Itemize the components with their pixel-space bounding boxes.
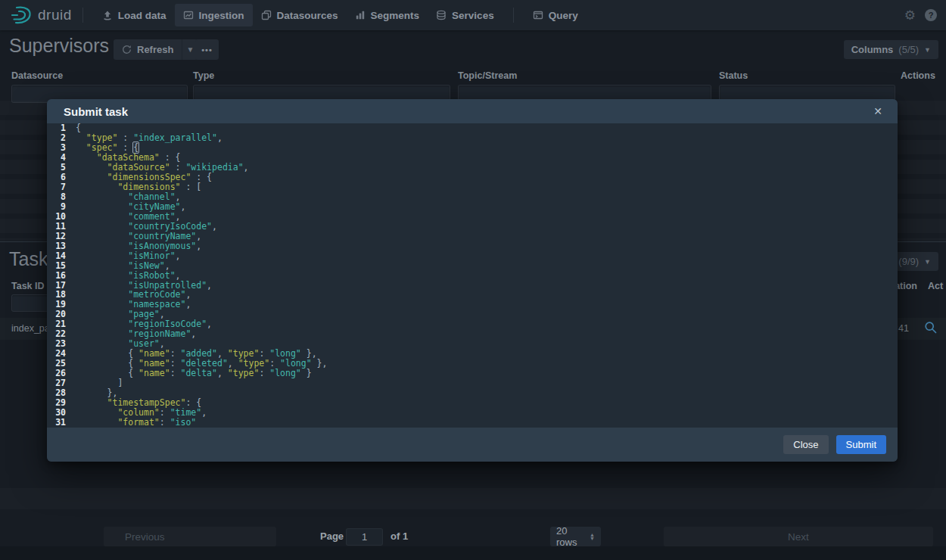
code-line: 27 ] bbox=[47, 378, 898, 388]
line-number: 3 bbox=[47, 143, 73, 153]
code-line: 31 "format": "iso" bbox=[47, 418, 898, 428]
line-number: 15 bbox=[47, 261, 73, 271]
close-button[interactable]: Close bbox=[783, 435, 828, 454]
line-number: 2 bbox=[47, 133, 73, 143]
line-number: 13 bbox=[47, 241, 73, 251]
line-number: 7 bbox=[47, 182, 73, 192]
line-number: 6 bbox=[47, 173, 73, 182]
dialog-header: Submit task ✕ bbox=[47, 99, 898, 123]
json-spec-editor[interactable]: 1{2 "type" : "index_parallel",3 "spec" :… bbox=[47, 123, 898, 428]
code-line: 26 { "name": "delta", "type": "long" } bbox=[47, 369, 898, 378]
line-number: 31 bbox=[47, 418, 73, 428]
line-number: 1 bbox=[47, 123, 73, 133]
submit-task-dialog: Submit task ✕ 1{2 "type" : "index_parall… bbox=[47, 99, 898, 462]
line-number: 16 bbox=[47, 271, 73, 281]
dialog-footer: Close Submit bbox=[47, 428, 898, 462]
line-number: 10 bbox=[47, 212, 73, 222]
line-number: 5 bbox=[47, 163, 73, 173]
dialog-title: Submit task bbox=[64, 105, 128, 118]
code-line: 14 "isMinor", bbox=[47, 251, 898, 261]
line-number: 11 bbox=[47, 222, 73, 232]
code-line: 19 "namespace", bbox=[47, 300, 898, 310]
line-number: 8 bbox=[47, 192, 73, 202]
submit-button[interactable]: Submit bbox=[836, 435, 886, 454]
code-line: 2 "type" : "index_parallel", bbox=[47, 133, 898, 143]
line-number: 12 bbox=[47, 232, 73, 241]
line-number: 14 bbox=[47, 251, 73, 261]
close-icon[interactable]: ✕ bbox=[870, 104, 885, 119]
code-line: 22 "regionName", bbox=[47, 329, 898, 339]
line-number: 9 bbox=[47, 202, 73, 212]
line-number: 4 bbox=[47, 153, 73, 163]
